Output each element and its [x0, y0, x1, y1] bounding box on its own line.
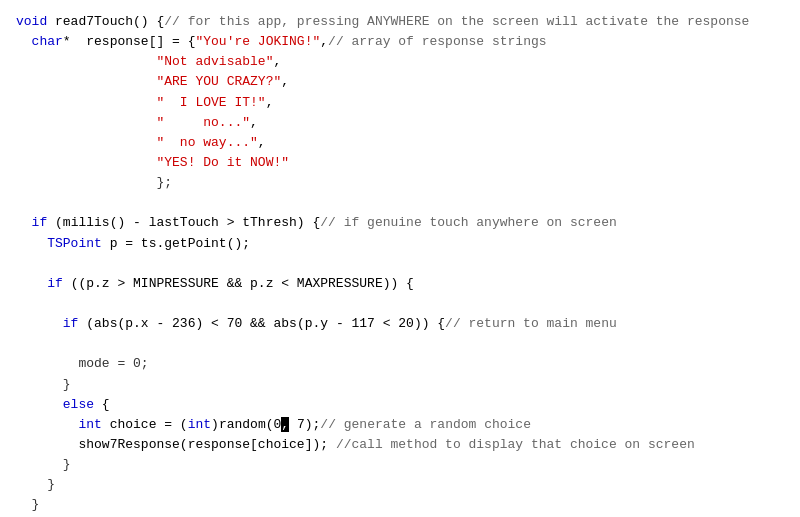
- keyword-if-3: if: [63, 316, 79, 331]
- keyword-else: else: [63, 397, 94, 412]
- code-line-15: [16, 294, 784, 314]
- fn-show7response: show7Response: [78, 437, 179, 452]
- code-line-19: }: [16, 375, 784, 395]
- string-2: "Not advisable": [156, 54, 273, 69]
- fn-millis-1: millis: [63, 215, 110, 230]
- code-line-9: };: [16, 173, 784, 193]
- code-line-12: TSPoint p = ts.getPoint();: [16, 234, 784, 254]
- string-7: "YES! Do it NOW!": [156, 155, 289, 170]
- string-6: " no way...": [156, 135, 257, 150]
- code-line-18: mode = 0;: [16, 354, 784, 374]
- code-line-13: [16, 254, 784, 274]
- keyword-char: char: [32, 34, 63, 49]
- code-line-24: }: [16, 475, 784, 495]
- keyword-if-1: if: [32, 215, 48, 230]
- code-line-7: " no way...",: [16, 133, 784, 153]
- keyword-if-2: if: [47, 276, 63, 291]
- code-line-1: void read7Touch() {// for this app, pres…: [16, 12, 784, 32]
- string-3: "ARE YOU CRAZY?": [156, 74, 281, 89]
- code-line-22: show7Response(response[choice]); //call …: [16, 435, 784, 455]
- type-tspoint: TSPoint: [47, 236, 102, 251]
- code-line-21: int choice = (int)random(0, 7);// genera…: [16, 415, 784, 435]
- code-line-11: if (millis() - lastTouch > tThresh) {// …: [16, 213, 784, 233]
- code-line-25: }: [16, 495, 784, 515]
- code-line-3: "Not advisable",: [16, 52, 784, 72]
- string-1: "You're JOKING!": [195, 34, 320, 49]
- code-line-14: if ((p.z > MINPRESSURE && p.z < MAXPRESS…: [16, 274, 784, 294]
- code-line-4: "ARE YOU CRAZY?",: [16, 72, 784, 92]
- code-line-23: }: [16, 455, 784, 475]
- code-line-20: else {: [16, 395, 784, 415]
- string-4: " I LOVE IT!": [156, 95, 265, 110]
- code-line-2: char* response[] = {"You're JOKING!",// …: [16, 32, 784, 52]
- code-line-16: if (abs(p.x - 236) < 70 && abs(p.y - 117…: [16, 314, 784, 334]
- fn-abs-2: abs: [273, 316, 296, 331]
- text-cursor: ,: [281, 417, 289, 432]
- string-5: " no...": [156, 115, 250, 130]
- fn-random: random: [219, 417, 266, 432]
- code-line-17: [16, 334, 784, 354]
- keyword-void: void: [16, 14, 47, 29]
- cast-int: int: [188, 417, 211, 432]
- fn-abs-1: abs: [94, 316, 117, 331]
- code-editor: void read7Touch() {// for this app, pres…: [0, 0, 800, 517]
- code-line-6: " no...",: [16, 113, 784, 133]
- keyword-int: int: [78, 417, 101, 432]
- code-line-8: "YES! Do it NOW!": [16, 153, 784, 173]
- code-line-10: [16, 193, 784, 213]
- code-line-5: " I LOVE IT!",: [16, 93, 784, 113]
